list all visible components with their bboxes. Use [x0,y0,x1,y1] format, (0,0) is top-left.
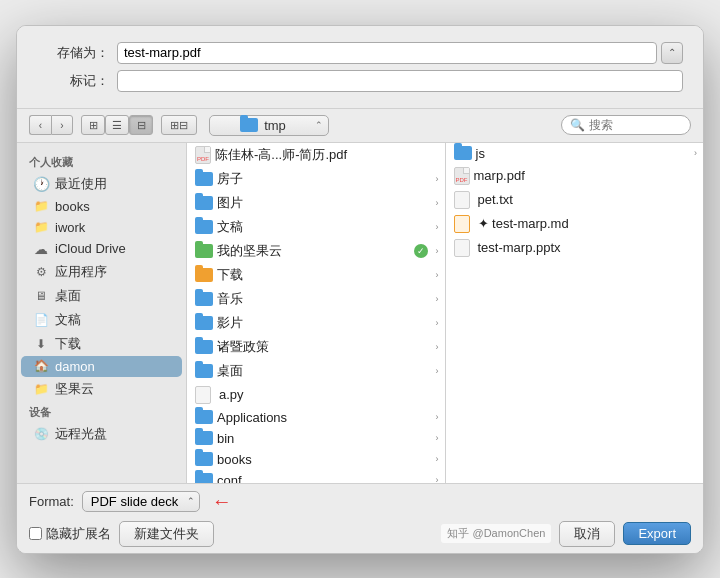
tags-label: 标记： [37,72,117,90]
md-icon [454,215,470,233]
arrow-icon: › [436,366,439,376]
list-item[interactable]: Applications › [187,407,445,428]
sidebar-item-iwork[interactable]: 📁 iwork [21,217,182,238]
toolbar: ‹ › ⊞ ☰ ⊟ ⊞⊟ tmp 🔍 [17,109,703,143]
folder-icon [195,410,213,424]
apps-icon: ⚙ [33,265,49,279]
list-item[interactable]: 下载 › [187,263,445,287]
view-group: ⊞ ☰ ⊟ [81,115,153,135]
list-item[interactable]: 桌面 › [187,359,445,383]
tags-input[interactable] [117,70,683,92]
sidebar-label-iwork: iwork [55,220,85,235]
sidebar-item-jianguoyun[interactable]: 📁 坚果云 [21,377,182,401]
icon-view-btn[interactable]: ⊞ [81,115,105,135]
list-item[interactable]: 图片 › [187,191,445,215]
pdf-icon: PDF [454,167,470,185]
sidebar-item-books[interactable]: 📁 books [21,196,182,217]
top-bar: 存储为： ⌃ 标记： [17,26,703,109]
new-folder-btn[interactable]: 新建文件夹 [119,521,214,547]
arrow-icon: › [436,270,439,280]
arrow-icon: › [436,342,439,352]
folder-icon [195,431,213,445]
sidebar-item-desktop[interactable]: 🖥 桌面 [21,284,182,308]
location-toggle-btn[interactable]: ⌃ [661,42,683,64]
list-item[interactable]: conf › [187,470,445,483]
txt-icon [195,386,211,404]
hide-extensions-checkbox[interactable] [29,527,42,540]
format-select[interactable]: PDF slide deck HTML PowerPoint Beamer PD… [82,491,200,512]
filename-input[interactable] [117,42,657,64]
location-bar: tmp [209,115,549,136]
tags-row: 标记： [37,70,683,92]
list-item[interactable]: 影片 › [187,311,445,335]
format-arrow-indicator: ← [212,490,232,513]
search-box: 🔍 [561,115,691,135]
forward-btn[interactable]: › [51,115,73,135]
list-item[interactable]: 音乐 › [187,287,445,311]
save-dialog: 存储为： ⌃ 标记： ‹ › ⊞ ☰ ⊟ ⊞⊟ tmp 🔍 [16,25,704,554]
list-item[interactable]: 诸暨政策 › [187,335,445,359]
sidebar-label-books: books [55,199,90,214]
list-view-btn[interactable]: ☰ [105,115,129,135]
sidebar-item-icloud[interactable]: ☁ iCloud Drive [21,238,182,260]
list-item[interactable]: pet.txt [446,188,704,212]
list-item[interactable]: PDF marp.pdf [446,164,704,188]
list-item[interactable]: 我的坚果云 ✓ › [187,239,445,263]
list-item[interactable]: PDF 陈佳林-高...师-简历.pdf [187,143,445,167]
right-actions: 知乎 @DamonChen 取消 Export [441,521,691,547]
sidebar-item-damon[interactable]: 🏠 damon [21,356,182,377]
sidebar-label-recent: 最近使用 [55,175,107,193]
list-item[interactable]: 文稿 › [187,215,445,239]
pdf-icon: PDF [195,146,211,164]
icloud-icon: ☁ [33,241,49,257]
sidebar-item-remote[interactable]: 💿 远程光盘 [21,422,182,446]
sidebar-item-recent[interactable]: 🕐 最近使用 [21,172,182,196]
export-btn[interactable]: Export [623,522,691,545]
list-item[interactable]: js › [446,143,704,164]
sidebar-section-devices: 设备 [17,401,186,422]
search-input[interactable] [589,118,682,132]
folder-icon [195,220,213,234]
arrow-icon: › [436,475,439,483]
arrow-icon: › [694,148,697,158]
location-dropdown[interactable]: tmp [209,115,329,136]
arrow-icon: › [436,294,439,304]
list-item[interactable]: test-marp.pptx [446,236,704,260]
sidebar-item-downloads[interactable]: ⬇ 下载 [21,332,182,356]
file-panel-1: PDF 陈佳林-高...师-简历.pdf 房子 › 图片 › [187,143,446,483]
remote-icon: 💿 [33,427,49,441]
action-row: 隐藏扩展名 新建文件夹 知乎 @DamonChen 取消 Export [29,521,691,547]
column-view-btn[interactable]: ⊟ [129,115,153,135]
sidebar-item-apps[interactable]: ⚙ 应用程序 [21,260,182,284]
main-content: 个人收藏 🕐 最近使用 📁 books 📁 iwork ☁ iCloud Dri… [17,143,703,483]
list-item[interactable]: bin › [187,428,445,449]
sidebar-label-damon: damon [55,359,95,374]
sidebar-label-icloud: iCloud Drive [55,241,126,256]
folder-icon [195,172,213,186]
cancel-btn[interactable]: 取消 [559,521,615,547]
bottom-bar: Format: PDF slide deck HTML PowerPoint B… [17,483,703,553]
folder-icon [454,146,472,160]
arrow-icon: › [436,246,439,256]
sidebar: 个人收藏 🕐 最近使用 📁 books 📁 iwork ☁ iCloud Dri… [17,143,187,483]
list-item[interactable]: 房子 › [187,167,445,191]
file-panels: PDF 陈佳林-高...师-简历.pdf 房子 › 图片 › [187,143,703,483]
sidebar-item-docs[interactable]: 📄 文稿 [21,308,182,332]
list-item[interactable]: a.py [187,383,445,407]
downloads-icon: ⬇ [33,337,49,351]
folder-icon [195,452,213,466]
sidebar-label-remote: 远程光盘 [55,425,107,443]
folder-icon [195,364,213,378]
folder-icon [195,473,213,483]
list-item[interactable]: ✦ test-marp.md [446,212,704,236]
iwork-icon: 📁 [33,220,49,234]
list-item[interactable]: books › [187,449,445,470]
location-label: tmp [264,118,286,133]
nav-group: ‹ › [29,115,73,135]
recent-icon: 🕐 [33,176,49,192]
damon-icon: 🏠 [33,359,49,373]
back-btn[interactable]: ‹ [29,115,51,135]
format-label: Format: [29,494,74,509]
gallery-btn[interactable]: ⊞⊟ [161,115,197,135]
watermark-label: 知乎 @DamonChen [441,524,551,543]
